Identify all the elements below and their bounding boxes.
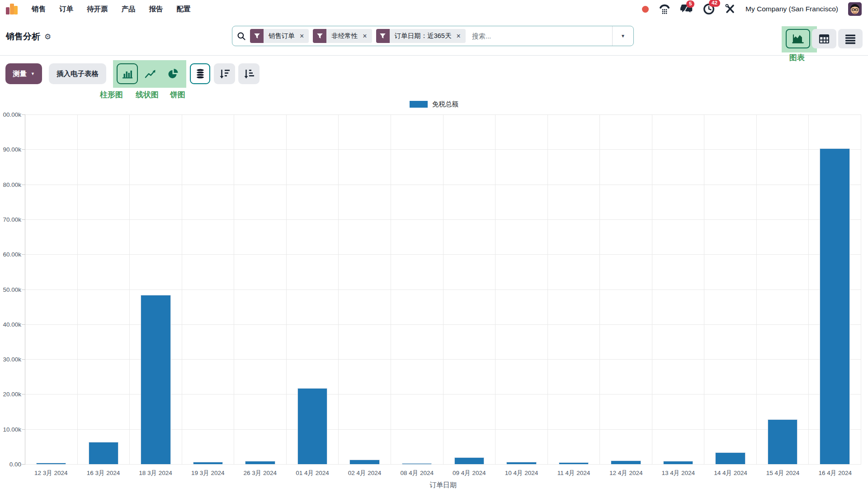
y-tick-label: 20.00k [3, 391, 21, 398]
nav-app-name[interactable]: 销售 [32, 5, 46, 14]
search-icon [237, 32, 246, 41]
bar[interactable] [454, 457, 484, 464]
sort-descending-button[interactable] [214, 63, 235, 84]
facet-remove-icon[interactable]: × [363, 33, 367, 40]
chart-column [704, 114, 757, 464]
bar[interactable] [141, 295, 170, 464]
chart-column [234, 114, 287, 464]
axis-tick [22, 149, 25, 150]
view-graph-button[interactable] [786, 29, 810, 48]
x-axis-title: 订单日期 [25, 481, 861, 489]
line-chart-button[interactable] [140, 63, 161, 84]
x-tick-label: 15 4月 2024 [757, 469, 809, 477]
chart-legend[interactable]: 免税总额 [0, 100, 868, 109]
insert-spreadsheet-button[interactable]: 插入电子表格 [49, 63, 106, 84]
axis-tick [22, 394, 25, 394]
bar-chart-button[interactable] [117, 63, 138, 84]
x-tick-label: 16 3月 2024 [77, 469, 130, 477]
view-pivot-button[interactable] [812, 29, 836, 48]
chart-column [495, 114, 548, 464]
x-tick-label: 01 4月 2024 [286, 469, 339, 477]
view-switcher [786, 29, 863, 48]
x-tick-label: 13 4月 2024 [652, 469, 705, 477]
y-tick-label: 80.00k [3, 181, 21, 188]
sort-ascending-button[interactable] [238, 63, 259, 84]
control-panel: 销售分析 ⚙ 销售订单×非经常性×订单日期：近365天× ▼ [0, 18, 868, 56]
company-switcher[interactable]: My Company (San Francisco) [745, 5, 838, 13]
search-facet[interactable]: 订单日期：近365天× [376, 29, 466, 43]
activities-clock-icon[interactable]: 42 [703, 3, 715, 15]
view-list-button[interactable] [838, 29, 863, 48]
pie-chart-button[interactable] [163, 63, 184, 84]
recording-dot-icon [642, 6, 649, 13]
legend-label: 免税总额 [432, 100, 458, 109]
bar[interactable] [89, 442, 118, 464]
nav-menu-item[interactable]: 待开票 [87, 5, 108, 14]
bar[interactable] [349, 460, 379, 464]
stacked-toggle-button[interactable] [190, 63, 210, 84]
measure-button[interactable]: 测量 ▼ [5, 63, 42, 84]
page-title: 销售分析 [6, 31, 40, 43]
messages-badge: 5 [686, 0, 694, 8]
search-facet[interactable]: 非经常性× [313, 29, 372, 43]
x-tick-label: 12 3月 2024 [25, 469, 77, 477]
measure-button-label: 测量 [13, 69, 27, 79]
chevron-down-icon: ▼ [31, 71, 35, 76]
chart-column [25, 114, 78, 464]
bar[interactable] [402, 463, 432, 464]
bar[interactable] [663, 461, 693, 464]
bar[interactable] [245, 461, 275, 464]
axis-tick [22, 324, 25, 325]
x-axis-labels: 12 3月 202416 3月 202418 3月 202419 3月 2024… [25, 469, 861, 477]
x-tick-label: 16 4月 2024 [809, 469, 861, 477]
x-tick-label: 11 4月 2024 [547, 469, 600, 477]
facet-remove-icon[interactable]: × [456, 33, 460, 40]
bar[interactable] [611, 461, 641, 464]
bar[interactable] [715, 452, 745, 464]
insert-spreadsheet-label: 插入电子表格 [57, 69, 99, 79]
bar[interactable] [820, 148, 849, 464]
search-bar[interactable]: 销售订单×非经常性×订单日期：近365天× ▼ [232, 26, 634, 46]
search-input[interactable] [471, 32, 612, 40]
bar[interactable] [559, 462, 589, 464]
messages-icon[interactable]: 5 [680, 4, 693, 14]
y-tick-label: 40.00k [3, 321, 21, 328]
x-tick-label: 18 3月 2024 [129, 469, 182, 477]
facet-label: 非经常性 [331, 32, 358, 40]
app-logo-icon[interactable] [5, 3, 18, 15]
user-avatar[interactable] [848, 2, 862, 16]
nav-menu-item[interactable]: 产品 [122, 5, 136, 14]
debug-tools-icon[interactable] [725, 4, 736, 14]
nav-menu-item[interactable]: 报告 [149, 5, 163, 14]
axis-tick [22, 359, 25, 360]
x-tick-label: 19 3月 2024 [182, 469, 234, 477]
x-tick-label: 08 4月 2024 [391, 469, 443, 477]
axis-tick [22, 464, 25, 465]
axis-tick [22, 429, 25, 430]
y-tick-label: 50.00k [3, 286, 21, 293]
bar[interactable] [193, 462, 223, 464]
legend-swatch [410, 101, 428, 108]
chart-column [809, 114, 861, 464]
filter-funnel-icon [313, 29, 326, 43]
nav-menu-item[interactable]: 订单 [59, 5, 73, 14]
y-tick-label: 30.00k [3, 356, 21, 363]
search-facet[interactable]: 销售订单× [250, 29, 309, 43]
bar-chart-plot [25, 114, 861, 464]
nav-menu-item[interactable]: 配置 [177, 5, 191, 14]
phone-icon[interactable] [659, 4, 670, 14]
bar[interactable] [297, 388, 327, 464]
top-navbar: 销售 订单待开票产品报告配置 5 [0, 0, 868, 18]
gridline [25, 464, 861, 465]
chart-column [78, 114, 130, 464]
annotation-line-chart-label: 线状图 [136, 90, 159, 100]
search-dropdown-toggle[interactable]: ▼ [612, 26, 633, 46]
bar[interactable] [768, 419, 797, 464]
nav-menus: 订单待开票产品报告配置 [59, 5, 191, 14]
facet-remove-icon[interactable]: × [300, 33, 304, 40]
bar[interactable] [36, 463, 66, 464]
favorites-gear-icon[interactable]: ⚙ [44, 32, 51, 42]
bar[interactable] [506, 462, 536, 464]
axis-tick [22, 114, 25, 115]
x-tick-label: 14 4月 2024 [704, 469, 757, 477]
